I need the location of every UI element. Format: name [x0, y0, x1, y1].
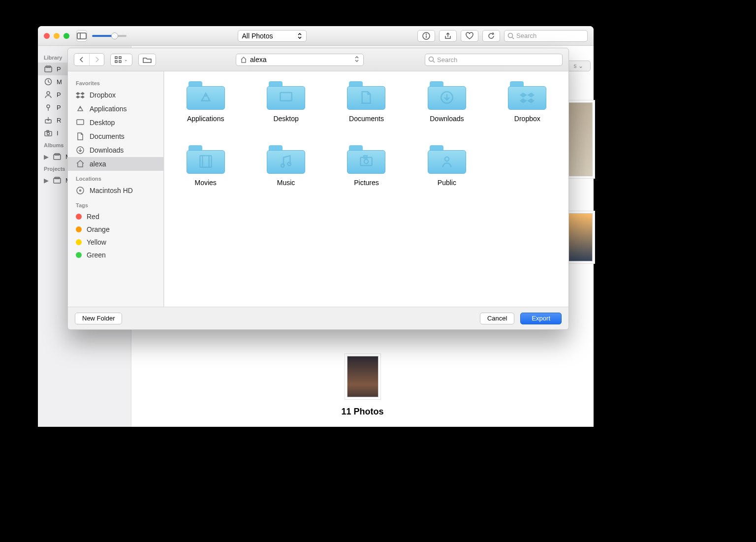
sheet-sidebar: Favorites DropboxApplicationsDesktopDocu…: [68, 71, 164, 307]
folder-browser: ApplicationsDesktopDocumentsDownloadsDro…: [164, 71, 568, 307]
info-button[interactable]: [417, 30, 435, 42]
tag-item-yellow[interactable]: Yellow: [68, 236, 163, 249]
disclosure-triangle-icon[interactable]: ▶: [44, 177, 49, 184]
export-button[interactable]: Export: [520, 313, 562, 324]
favorites-item-dropbox[interactable]: Dropbox: [68, 88, 163, 102]
folder-icon: [347, 145, 385, 174]
svg-point-25: [429, 57, 434, 62]
apps-icon: [76, 104, 85, 113]
forward-button[interactable]: [89, 54, 104, 65]
photos-search-field[interactable]: Search: [504, 30, 588, 42]
share-button[interactable]: [439, 30, 457, 42]
project-icon: [53, 176, 62, 185]
sidebar-item-label: M: [57, 78, 62, 86]
svg-rect-22: [119, 57, 121, 59]
folder-pictures[interactable]: Pictures: [336, 145, 397, 187]
sidebar-item-label: P: [57, 91, 61, 98]
desktop-icon: [76, 118, 85, 127]
sidebar-item-label: P: [57, 65, 61, 73]
location-item-macintosh-hd[interactable]: Macintosh HD: [68, 184, 163, 197]
svg-point-32: [205, 95, 207, 97]
tags-heading: Tags: [68, 197, 163, 210]
cancel-button[interactable]: Cancel: [480, 313, 514, 324]
sidebar-toggle-button[interactable]: [76, 30, 87, 42]
svg-point-39: [287, 162, 291, 166]
folder-icon: [187, 81, 225, 110]
rotate-button[interactable]: [482, 30, 500, 42]
folder-label: Dropbox: [514, 115, 540, 123]
folder-dropbox[interactable]: Dropbox: [497, 81, 558, 123]
svg-rect-24: [119, 61, 121, 63]
group-by-button[interactable]: [138, 54, 156, 66]
search-placeholder: Search: [437, 56, 457, 64]
svg-rect-23: [115, 61, 117, 63]
sheet-search-field[interactable]: Search: [425, 54, 563, 66]
location-label: alexa: [250, 56, 266, 64]
tag-dot-icon: [76, 214, 82, 220]
location-dropdown[interactable]: alexa: [236, 54, 364, 66]
tag-dot-icon: [76, 226, 82, 232]
favorites-item-downloads[interactable]: Downloads: [68, 143, 163, 157]
folder-applications[interactable]: Applications: [175, 81, 236, 123]
zoom-slider[interactable]: [92, 35, 126, 37]
folder-label: Documents: [349, 115, 384, 123]
dropbox-icon: [76, 91, 85, 99]
photos-toolbar: All Photos Search: [38, 26, 594, 46]
favorites-item-alexa[interactable]: alexa: [68, 157, 163, 171]
nav-buttons: [74, 53, 104, 66]
tag-item-green[interactable]: Green: [68, 249, 163, 261]
svg-point-10: [47, 92, 50, 95]
folder-icon: [267, 81, 305, 110]
favorite-button[interactable]: [461, 30, 478, 42]
documents-icon: [76, 132, 85, 141]
favorites-item-documents[interactable]: Documents: [68, 129, 163, 143]
favorites-item-label: alexa: [90, 160, 106, 168]
folder-icon: [347, 81, 385, 110]
favorites-item-desktop[interactable]: Desktop: [68, 116, 163, 129]
new-folder-button[interactable]: New Folder: [75, 313, 122, 324]
grid-popup[interactable]: s ⌄: [566, 61, 591, 71]
folder-label: Movies: [195, 179, 217, 187]
window-controls: [44, 33, 69, 39]
disclosure-triangle-icon[interactable]: ▶: [44, 153, 49, 160]
search-icon: [507, 32, 514, 39]
svg-point-38: [281, 164, 284, 167]
folder-public[interactable]: Public: [416, 145, 477, 187]
popup-label: s: [574, 63, 577, 69]
folder-plus-icon: [143, 56, 152, 63]
search-placeholder: Search: [516, 32, 536, 39]
tag-dot-icon: [76, 239, 82, 245]
folder-desktop[interactable]: Desktop: [255, 81, 316, 123]
tag-item-orange[interactable]: Orange: [68, 223, 163, 236]
folder-movies[interactable]: Movies: [175, 145, 236, 187]
tag-item-label: Yellow: [87, 238, 106, 246]
close-window-button[interactable]: [44, 33, 50, 39]
folder-documents[interactable]: Documents: [336, 81, 397, 123]
photo-thumbnail[interactable]: [347, 356, 378, 397]
favorites-item-applications[interactable]: Applications: [68, 102, 163, 116]
folder-icon: [508, 81, 546, 110]
folder-icon: [187, 145, 225, 174]
info-icon: [422, 32, 430, 40]
favorites-item-label: Dropbox: [90, 91, 116, 99]
folder-downloads[interactable]: Downloads: [416, 81, 477, 123]
home-icon: [240, 56, 247, 63]
sidebar-item-label: P: [57, 104, 61, 111]
svg-point-41: [364, 159, 368, 163]
folder-music[interactable]: Music: [255, 145, 316, 187]
person-icon: [44, 90, 53, 99]
svg-point-5: [508, 33, 513, 37]
sheet-footer: New Folder Cancel Export: [68, 307, 568, 329]
tag-item-red[interactable]: Red: [68, 210, 163, 223]
view-dropdown[interactable]: All Photos: [238, 30, 307, 42]
share-icon: [444, 32, 452, 40]
zoom-window-button[interactable]: [63, 33, 69, 39]
minimize-window-button[interactable]: [54, 33, 60, 39]
folder-icon: [267, 145, 305, 174]
back-button[interactable]: [74, 54, 89, 65]
view-mode-dropdown[interactable]: ⌄: [110, 54, 132, 66]
svg-rect-33: [280, 93, 291, 101]
chevron-down-icon: ⌄: [124, 57, 128, 62]
favorites-heading: Favorites: [68, 75, 163, 88]
tag-item-label: Red: [87, 213, 99, 221]
